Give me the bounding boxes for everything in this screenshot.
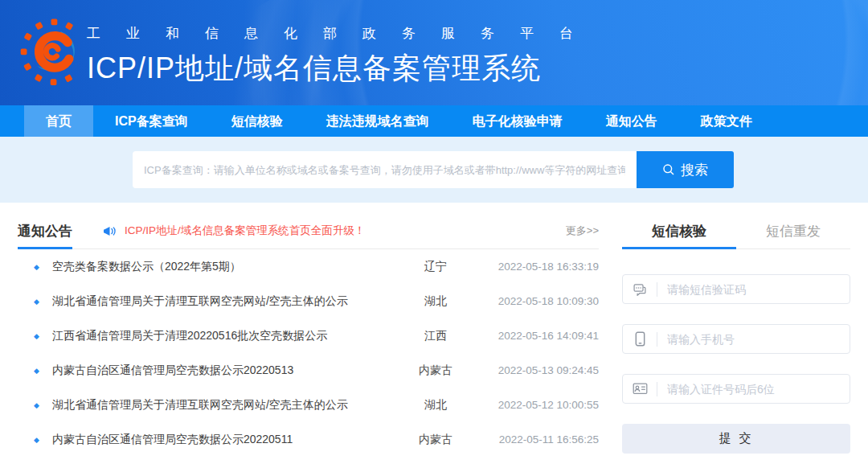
- notice-section: 通知公告 ICP/IP地址/域名信息备案管理系统首页全面升级！ 更多>> ◆ 空…: [18, 213, 599, 457]
- notice-datetime: 2022-05-11 16:56:25: [483, 433, 599, 446]
- icp-search-input[interactable]: [133, 151, 637, 188]
- nav-item-home[interactable]: 首页: [24, 105, 93, 137]
- main-nav: 首页 ICP备案查询 短信核验 违法违规域名查询 电子化核验申请 通知公告 政策…: [0, 105, 868, 137]
- tab-sms-verify[interactable]: 短信核验: [622, 213, 736, 248]
- sms-code-field-wrap: [622, 274, 850, 304]
- notice-datetime: 2022-05-13 09:24:45: [483, 364, 599, 376]
- main-content: 通知公告 ICP/IP地址/域名信息备案管理系统首页全面升级！ 更多>> ◆ 空…: [0, 203, 868, 457]
- sms-panel: 短信核验 短信重发: [622, 213, 850, 457]
- notice-region: 江西: [388, 329, 483, 343]
- notice-datetime: 2022-05-12 10:00:55: [483, 399, 599, 411]
- notice-title[interactable]: 湖北省通信管理局关于清理互联网空壳网站/空壳主体的公示: [52, 398, 388, 413]
- more-link[interactable]: 更多>>: [566, 224, 599, 238]
- nav-item-notices[interactable]: 通知公告: [584, 105, 679, 137]
- system-title: ICP/IP地址/域名信息备案管理系统: [87, 49, 599, 88]
- search-icon: [662, 163, 675, 176]
- diamond-bullet-icon: ◆: [34, 263, 39, 271]
- notice-region: 内蒙古: [388, 433, 483, 447]
- search-button-label: 搜索: [681, 161, 708, 179]
- notice-region: 湖北: [388, 398, 483, 413]
- phone-number-input[interactable]: [657, 333, 850, 346]
- ministry-platform-title: 工业和信息化部政务服务平台: [87, 24, 599, 43]
- notice-title[interactable]: 内蒙古自治区通信管理局空壳数据公示20220513: [52, 363, 388, 378]
- notice-list-item[interactable]: ◆ 湖北省通信管理局关于清理互联网空壳网站/空壳主体的公示 湖北 2022-05…: [18, 284, 599, 318]
- notice-region: 湖北: [388, 294, 483, 309]
- nav-item-policy-documents[interactable]: 政策文件: [679, 105, 774, 137]
- notice-title[interactable]: 内蒙古自治区通信管理局空壳数据公示20220511: [52, 433, 388, 447]
- notice-section-title: 通知公告: [18, 213, 72, 248]
- nav-item-sms-verify[interactable]: 短信核验: [210, 105, 305, 137]
- diamond-bullet-icon: ◆: [34, 298, 39, 306]
- id-number-field-wrap: [622, 374, 850, 404]
- notice-region: 辽宁: [388, 260, 483, 274]
- notice-list-item[interactable]: ◆ 内蒙古自治区通信管理局空壳数据公示20220513 内蒙古 2022-05-…: [18, 353, 599, 388]
- notice-title[interactable]: 空壳类备案数据公示（2022年第5期）: [52, 260, 388, 274]
- notice-datetime: 2022-05-16 14:09:41: [483, 330, 599, 342]
- diamond-bullet-icon: ◆: [34, 367, 39, 375]
- notice-list: ◆ 空壳类备案数据公示（2022年第5期） 辽宁 2022-05-18 16:3…: [18, 249, 599, 457]
- sms-panel-tabs: 短信核验 短信重发: [622, 213, 850, 249]
- notice-list-item[interactable]: ◆ 湖北省通信管理局关于清理互联网空壳网站/空壳主体的公示 湖北 2022-05…: [18, 388, 599, 422]
- notice-datetime: 2022-05-18 16:33:19: [483, 261, 599, 273]
- diamond-bullet-icon: ◆: [34, 436, 39, 444]
- notice-list-item[interactable]: ◆ 空壳类备案数据公示（2022年第5期） 辽宁 2022-05-18 16:3…: [18, 249, 599, 284]
- nav-item-illegal-domain-query[interactable]: 违法违规域名查询: [305, 105, 451, 137]
- notice-section-head: 通知公告 ICP/IP地址/域名信息备案管理系统首页全面升级！ 更多>>: [18, 213, 599, 249]
- id-number-input[interactable]: [657, 383, 850, 396]
- icp-search-box: 搜索: [133, 151, 734, 188]
- sms-icon: [623, 283, 657, 296]
- notice-list-item[interactable]: ◆ 内蒙古自治区通信管理局空壳数据公示20220511 内蒙古 2022-05-…: [18, 422, 599, 457]
- search-button[interactable]: 搜索: [637, 151, 734, 188]
- diamond-bullet-icon: ◆: [34, 401, 39, 409]
- notice-title[interactable]: 湖北省通信管理局关于清理互联网空壳网站/空壳主体的公示: [52, 294, 388, 309]
- notice-datetime: 2022-05-18 10:09:30: [483, 295, 599, 307]
- id-card-icon: [623, 383, 657, 395]
- notice-title[interactable]: 江西省通信管理局关于清理20220516批次空壳数据公示: [52, 329, 388, 343]
- miit-logo-icon: [19, 13, 88, 88]
- search-band: 搜索: [0, 137, 868, 203]
- megaphone-icon: [103, 225, 117, 237]
- nav-item-e-verification[interactable]: 电子化核验申请: [451, 105, 584, 137]
- nav-item-icp-query[interactable]: ICP备案查询: [93, 105, 210, 137]
- tab-sms-resend[interactable]: 短信重发: [736, 213, 850, 248]
- phone-field-wrap: [622, 324, 850, 354]
- upgrade-announcement-link[interactable]: ICP/IP地址/域名信息备案管理系统首页全面升级！: [125, 224, 365, 238]
- notice-list-item[interactable]: ◆ 江西省通信管理局关于清理20220516批次空壳数据公示 江西 2022-0…: [18, 318, 599, 353]
- submit-button[interactable]: 提 交: [622, 424, 850, 454]
- diamond-bullet-icon: ◆: [34, 332, 39, 340]
- header-banner: 工业和信息化部政务服务平台 ICP/IP地址/域名信息备案管理系统: [0, 0, 868, 105]
- sms-form: 提 交: [622, 249, 850, 454]
- notice-region: 内蒙古: [388, 363, 483, 378]
- phone-icon: [623, 331, 657, 347]
- sms-code-input[interactable]: [657, 283, 850, 296]
